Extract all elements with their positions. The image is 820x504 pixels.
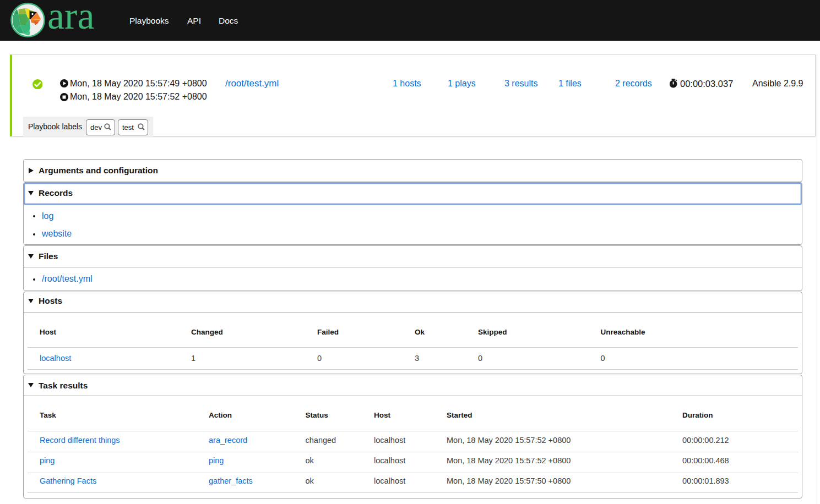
svg-text:ara: ara [47, 0, 94, 36]
